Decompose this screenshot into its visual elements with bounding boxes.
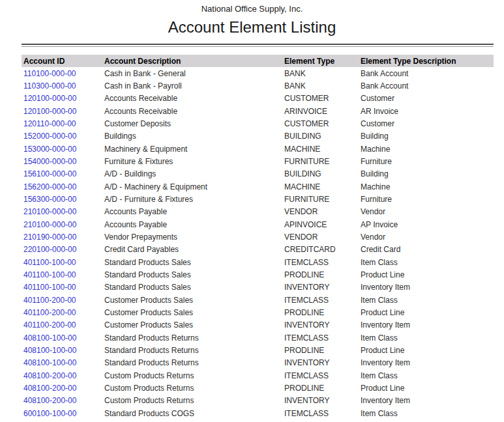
element-type-description-cell: Machine [361,182,494,191]
element-type-cell: FURNITURE [284,195,361,204]
company-name: National Office Supply, Inc. [0,0,504,14]
account-id-link[interactable]: 408100-200-00 [22,371,104,380]
account-id-link[interactable]: 120100-000-00 [22,94,104,103]
element-type-cell: BANK [284,69,361,78]
table-row: 401100-100-00 Standard Products Sales IT… [22,256,494,268]
element-type-cell: BUILDING [284,169,361,178]
table-row: 408100-100-00 Standard Products Returns … [22,357,494,369]
element-type-description-cell: Furniture [361,157,494,166]
element-type-cell: VENDOR [284,207,361,216]
account-id-link[interactable]: 156300-000-00 [22,195,104,204]
account-id-link[interactable]: 401100-200-00 [22,320,104,330]
account-description-cell: Standard Products Returns [104,358,284,367]
col-header-element-type: Element Type [284,57,361,66]
element-type-description-cell: Item Class [361,333,494,343]
element-type-cell: ITEMCLASS [284,333,361,343]
account-description-cell: Custom Products Returns [104,396,284,405]
account-id-link[interactable]: 110100-000-00 [22,69,104,78]
account-element-table: Account ID Account Description Element T… [22,55,494,419]
table-body: 110100-000-00 Cash in Bank - General BAN… [22,67,494,419]
element-type-description-cell: Furniture [361,195,494,204]
element-type-description-cell: Bank Account [361,69,494,78]
double-rule-divider [22,44,494,47]
account-id-link[interactable]: 220100-000-00 [22,245,104,254]
account-description-cell: A/D - Furniture & Fixtures [104,195,284,204]
account-id-link[interactable]: 210190-000-00 [22,232,104,242]
table-row: 110300-000-00 Cash in Bank - Payroll BAN… [22,79,494,92]
account-id-link[interactable]: 600100-100-00 [22,409,104,418]
account-id-link[interactable]: 210100-000-00 [22,220,104,229]
element-type-cell: ITEMCLASS [284,258,361,267]
element-type-description-cell: Item Class [361,258,494,267]
table-row: 210100-000-00 Accounts Payable APINVOICE… [22,218,494,231]
account-id-link[interactable]: 156100-000-00 [22,169,104,178]
element-type-description-cell: AR Invoice [361,107,494,116]
table-row: 154000-000-00 Furniture & Fixtures FURNI… [22,155,494,167]
account-id-link[interactable]: 152000-000-00 [22,132,104,141]
account-id-link[interactable]: 401100-100-00 [22,258,104,267]
account-id-link[interactable]: 401100-100-00 [22,283,104,292]
table-row: 220100-000-00 Credit Card Payables CREDI… [22,244,494,256]
element-type-cell: PRODLINE [284,346,361,355]
account-id-link[interactable]: 408100-100-00 [22,346,104,355]
account-id-link[interactable]: 156200-000-00 [22,182,104,191]
table-header-row: Account ID Account Description Element T… [22,55,494,67]
account-id-link[interactable]: 401100-200-00 [22,296,104,305]
account-id-link[interactable]: 408100-200-00 [22,396,104,405]
account-description-cell: Customer Products Sales [104,296,284,305]
account-description-cell: A/D - Buildings [104,169,284,178]
table-row: 401100-100-00 Standard Products Sales IN… [22,281,494,294]
element-type-description-cell: Product Line [361,384,494,393]
element-type-cell: PRODLINE [284,384,361,393]
element-type-cell: ITEMCLASS [284,296,361,305]
account-description-cell: Standard Products Returns [104,333,284,343]
table-row: 156100-000-00 A/D - Buildings BUILDING B… [22,168,494,180]
account-description-cell: A/D - Machinery & Equipment [104,182,284,191]
account-description-cell: Custom Products Returns [104,371,284,380]
table-row: 210190-000-00 Vendor Prepayments VENDOR … [22,231,494,243]
account-id-link[interactable]: 408100-200-00 [22,384,104,393]
element-type-description-cell: Inventory Item [361,320,494,330]
element-type-cell: CUSTOMER [284,119,361,128]
element-type-cell: INVENTORY [284,283,361,292]
col-header-element-type-description: Element Type Description [361,57,494,66]
table-row: 152000-000-00 Buildings BUILDING Buildin… [22,130,494,143]
account-id-link[interactable]: 154000-000-00 [22,157,104,166]
element-type-description-cell: Vendor [361,207,494,216]
account-id-link[interactable]: 120110-000-00 [22,119,104,128]
account-id-link[interactable]: 120100-000-00 [22,107,104,116]
account-id-link[interactable]: 210100-000-00 [22,207,104,216]
table-row: 120110-000-00 Customer Deposits CUSTOMER… [22,117,494,130]
element-type-cell: FURNITURE [284,157,361,166]
element-type-description-cell: Product Line [361,270,494,279]
account-description-cell: Standard Products Sales [104,258,284,267]
account-id-link[interactable]: 401100-100-00 [22,270,104,279]
account-description-cell: Credit Card Payables [104,245,284,254]
table-row: 408100-200-00 Custom Products Returns IT… [22,369,494,382]
element-type-description-cell: Bank Account [361,81,494,91]
element-type-description-cell: AP Invoice [361,220,494,229]
element-type-description-cell: Customer [361,94,494,103]
element-type-cell: BUILDING [284,132,361,141]
account-id-link[interactable]: 408100-100-00 [22,358,104,367]
account-id-link[interactable]: 110300-000-00 [22,81,104,91]
table-row: 120100-000-00 Accounts Receivable CUSTOM… [22,92,494,105]
element-type-description-cell: Credit Card [361,245,494,254]
account-description-cell: Standard Products Sales [104,283,284,292]
account-id-link[interactable]: 153000-000-00 [22,145,104,154]
account-description-cell: Accounts Receivable [104,94,284,103]
account-description-cell: Accounts Receivable [104,107,284,116]
element-type-description-cell: Machine [361,145,494,154]
table-row: 408100-200-00 Custom Products Returns IN… [22,395,494,407]
element-type-cell: ITEMCLASS [284,409,361,418]
table-row: 408100-100-00 Standard Products Returns … [22,344,494,356]
account-id-link[interactable]: 408100-100-00 [22,333,104,343]
table-row: 408100-100-00 Standard Products Returns … [22,331,494,344]
table-row: 120100-000-00 Accounts Receivable ARINVO… [22,105,494,117]
account-description-cell: Cash in Bank - General [104,69,284,78]
element-type-description-cell: Customer [361,119,494,128]
element-type-cell: INVENTORY [284,396,361,405]
account-description-cell: Customer Products Sales [104,320,284,330]
account-id-link[interactable]: 401100-200-00 [22,308,104,317]
account-description-cell: Standard Products Sales [104,270,284,279]
